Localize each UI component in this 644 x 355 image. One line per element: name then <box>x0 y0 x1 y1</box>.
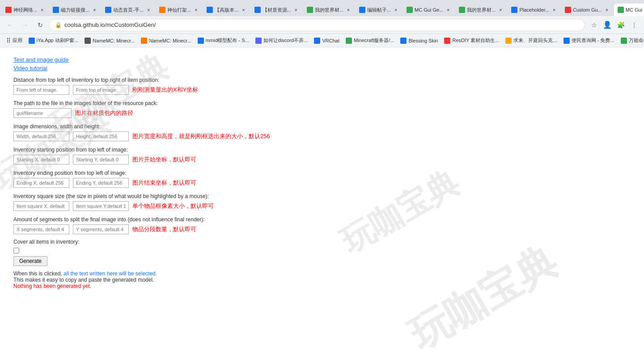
bookmark-wanneng[interactable]: 万能命令书笔 <box>618 36 644 45</box>
bookmark-mc-server-label: Minecraft服务器/... <box>354 37 394 44</box>
section-2-inputs: 图片在材质包内的路径 <box>13 108 300 118</box>
tab-13-label: MC Gui Ge... <box>626 7 644 13</box>
tab-1[interactable]: 神经网络... × <box>2 4 49 16</box>
bookmarks-bar: ⠿ 应用 iYa.App 动刷IP窗... NameMC: Minecr... … <box>0 34 644 47</box>
tab-8[interactable]: 编辑帖子... × <box>356 4 402 16</box>
section-1-inputs: 刚刚测量显出的X和Y坐标 <box>13 85 300 95</box>
bookmark-star-button[interactable]: ☆ <box>588 19 600 31</box>
address-bar[interactable]: 🔒 coolsa.github.io/mcCustomGuiGen/ <box>49 19 585 31</box>
y-segments-input[interactable] <box>73 224 129 234</box>
bookmark-namemc[interactable]: NameMC: Minecr... <box>82 37 137 45</box>
tab-2[interactable]: 磁力链接搜... × <box>49 4 101 16</box>
tab-10-label: 我的世界材... <box>467 7 496 13</box>
tab-13-favicon <box>618 7 624 13</box>
tab-10[interactable]: 我的世界材... × <box>455 4 507 16</box>
tab-8-label: 编辑帖子... <box>367 7 391 13</box>
security-icon: 🔒 <box>55 22 62 28</box>
start-y-input[interactable] <box>73 155 129 165</box>
section-5-annotation: 图片结束坐标，默认即可 <box>132 179 196 187</box>
end-x-input[interactable] <box>13 178 69 188</box>
bookmark-blessing-favicon <box>400 38 407 44</box>
section-3-inputs: 图片宽度和高度，就是刚刚框选出来的大小，默认256 <box>13 131 300 141</box>
tab-11-close[interactable]: × <box>551 7 557 13</box>
from-left-input[interactable] <box>13 85 69 95</box>
cover-all-checkbox[interactable] <box>13 248 19 254</box>
bookmark-qiu[interactable]: 求来、开庭回头克... <box>503 36 559 45</box>
bookmark-bianmin-label: 便民查询网 - 免费... <box>572 37 614 44</box>
bookmark-apps[interactable]: ⠿ 应用 <box>4 36 25 45</box>
toolbar-icons: ☆ 👤 🧩 ⋮ <box>588 19 640 31</box>
profile-button[interactable]: 👤 <box>601 19 614 31</box>
reload-button[interactable]: ↻ <box>34 19 47 31</box>
browser-window: 神经网络... × 磁力链接搜... × 动态首页-手... × 神仙打架...… <box>0 0 644 355</box>
tab-9-close[interactable]: × <box>445 7 451 13</box>
item-y-input[interactable] <box>73 201 129 211</box>
tab-7-close[interactable]: × <box>345 7 352 13</box>
cover-all-label: Cover all items in inventory: <box>13 239 300 245</box>
section-5-label: Inventory ending position from top left … <box>13 170 300 176</box>
bookmark-resdiy-label: ResDIY 素材自助生... <box>452 37 499 44</box>
text-image-guide-link[interactable]: Text and image guide <box>13 56 300 63</box>
bookmark-mmid-favicon <box>198 38 204 44</box>
bookmark-discord-favicon <box>255 38 262 44</box>
back-button[interactable]: ← <box>4 19 16 31</box>
end-y-input[interactable] <box>73 178 129 188</box>
tab-6[interactable]: 【材质资源... × <box>251 4 303 16</box>
tab-13[interactable]: MC Gui Ge... × <box>614 4 644 16</box>
tab-5[interactable]: 【高版本... × <box>203 4 250 16</box>
bookmark-vrchat-label: VRChat <box>322 38 339 43</box>
tab-5-favicon <box>207 7 213 13</box>
tab-8-close[interactable]: × <box>393 7 399 13</box>
generate-button[interactable]: Generate <box>13 256 47 266</box>
tab-12-label: Custom Gu... <box>573 7 602 13</box>
tab-4-close[interactable]: × <box>193 7 199 13</box>
bookmark-mc-server[interactable]: Minecraft服务器/... <box>343 36 397 45</box>
bookmark-resdiy-favicon <box>444 38 450 44</box>
section-6-label: Inventory square size (the size in pixel… <box>13 193 300 199</box>
section-2-annotation: 图片在材质包内的路径 <box>75 109 133 117</box>
bookmark-blessing-label: Blessing Skin <box>408 38 438 43</box>
tab-12-close[interactable]: × <box>604 7 610 13</box>
bookmark-discord-label: 如何让discord不弄... <box>263 37 308 44</box>
tab-2-close[interactable]: × <box>91 7 97 13</box>
bookmark-discord[interactable]: 如何让discord不弄... <box>253 36 311 45</box>
tab-3[interactable]: 动态首页-手... × <box>102 4 155 16</box>
video-tutorial-link[interactable]: Video tutorial <box>13 65 300 72</box>
tab-1-favicon <box>5 7 12 13</box>
extensions-button[interactable]: 🧩 <box>614 19 627 31</box>
menu-button[interactable]: ⋮ <box>628 19 640 31</box>
tab-bar: 神经网络... × 磁力链接搜... × 动态首页-手... × 神仙打架...… <box>0 0 644 16</box>
bookmark-namemc-label: NameMC: Minecr... <box>93 38 135 43</box>
bookmark-mmid[interactable]: mmid模型配布 - S... <box>195 36 252 45</box>
bookmark-blessing[interactable]: Blessing Skin <box>398 37 441 45</box>
from-top-input[interactable] <box>73 85 129 95</box>
tab-11-favicon <box>511 7 517 13</box>
tab-10-close[interactable]: × <box>497 7 504 13</box>
width-input[interactable] <box>13 131 69 141</box>
tab-5-close[interactable]: × <box>241 7 247 13</box>
start-x-input[interactable] <box>13 155 69 165</box>
tab-1-close[interactable]: × <box>39 7 45 13</box>
tab-3-favicon <box>105 7 111 13</box>
tab-9[interactable]: MC Gui Ge... × <box>403 4 455 16</box>
tab-4[interactable]: 神仙打架... × <box>156 4 203 16</box>
tab-12[interactable]: Custom Gu... × <box>561 4 614 16</box>
bookmark-wanneng-favicon <box>621 38 627 44</box>
gui-filename-input[interactable] <box>13 108 72 118</box>
item-x-input[interactable] <box>13 201 69 211</box>
bookmark-brand[interactable]: NameMC: Minecr... <box>138 37 194 45</box>
bookmark-iya[interactable]: iYa.App 动刷IP窗... <box>26 36 81 45</box>
tab-7[interactable]: 我的世界材... × <box>303 4 355 16</box>
bookmark-vrchat[interactable]: VRChat <box>311 37 342 45</box>
tab-6-close[interactable]: × <box>293 7 299 13</box>
forward-button[interactable]: → <box>19 19 31 31</box>
x-segments-input[interactable] <box>13 224 69 234</box>
tab-11-label: Placeholder... <box>519 7 549 13</box>
section-7-label: Amount of segments to split the final im… <box>13 216 300 223</box>
height-input[interactable] <box>73 131 129 141</box>
tab-11[interactable]: Placeholder... × <box>508 4 561 16</box>
bookmark-resdiy[interactable]: ResDIY 素材自助生... <box>441 36 502 45</box>
tab-9-label: MC Gui Ge... <box>415 7 443 13</box>
bookmark-bianmin[interactable]: 便民查询网 - 免费... <box>561 36 617 45</box>
tab-3-close[interactable]: × <box>145 7 152 13</box>
